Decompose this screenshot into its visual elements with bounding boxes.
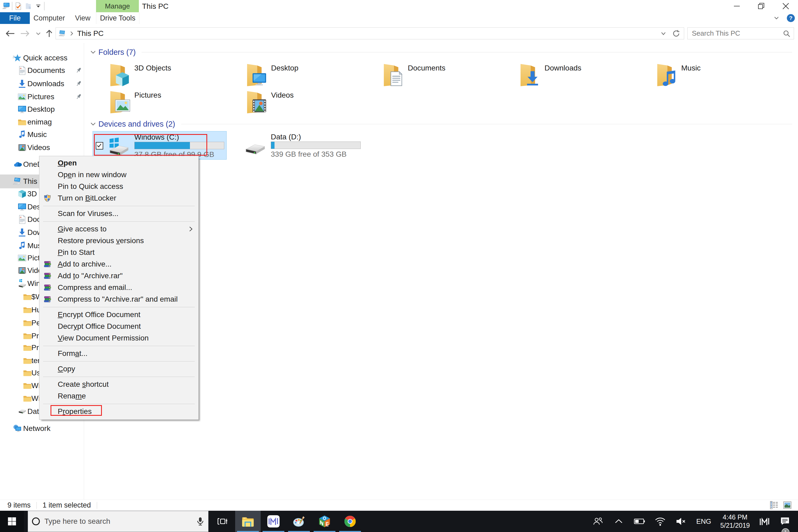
thumbnail-view-icon[interactable] [783,501,792,509]
menu-item-open-in-new-window[interactable]: Open in new window [39,169,198,180]
taskbar-app-marktext[interactable] [261,511,286,532]
folder-tile-3d-objects[interactable]: 3D Objects [93,60,227,87]
section-title[interactable]: Devices and drives (2) [98,120,175,129]
menu-item-add-to-archive[interactable]: Add to archive... [39,258,198,270]
minimize-button[interactable] [725,0,749,12]
folder-tile-desktop[interactable]: Desktop [229,60,363,87]
marktext-logo-icon[interactable] [759,515,770,527]
help-icon[interactable]: ? [786,14,795,23]
section-header-devices: Devices and drives (2) [90,119,792,129]
menu-item-label: View Document Permission [58,334,149,342]
menu-item-turn-on-bitlocker[interactable]: Turn on BitLocker [39,192,198,204]
menu-item-create-shortcut[interactable]: Create shortcut [39,379,198,390]
qat-this-pc-button[interactable] [1,1,11,12]
folder-tile-downloads[interactable]: Downloads [503,60,637,87]
running-indicator [314,531,336,532]
people-icon[interactable] [592,515,604,527]
collapse-chevron-icon[interactable] [90,49,96,55]
folder-tile-documents[interactable]: Documents [366,60,500,87]
menu-item-label: Compress to "Archive.rar" and email [58,295,178,304]
winrar-icon [44,272,51,280]
menu-item-add-to-archive-rar[interactable]: Add to "Archive.rar" [39,270,198,282]
menu-item-open[interactable]: Open [39,157,198,169]
taskbar-app-chrome[interactable] [337,511,363,532]
menu-item-encrypt-office-document[interactable]: Encrypt Office Document [39,309,198,321]
taskbar-app-paint[interactable] [286,511,312,532]
folder-documents-icon [379,62,404,87]
close-button[interactable] [774,0,798,12]
menu-item-format[interactable]: Format... [39,348,198,359]
clock-date: 5/21/2019 [720,521,750,530]
drive-icon [241,136,270,159]
search-icon[interactable] [783,30,791,38]
menu-item-scan-for-viruses[interactable]: Scan for Viruses... [39,208,198,220]
tab-computer[interactable]: Computer [32,12,67,24]
task-view-button[interactable] [210,511,235,532]
qat-properties-button[interactable] [13,1,23,12]
address-dropdown-icon[interactable] [660,31,667,36]
menu-item-compress-to-archive-rar-and-email[interactable]: Compress to "Archive.rar" and email [39,293,198,305]
restore-button[interactable] [749,0,774,12]
ribbon-collapse-chevron-icon[interactable] [773,15,780,21]
folder-desktop-icon [243,62,268,87]
menu-item-decrypt-office-document[interactable]: Decrypt Office Document [39,321,198,332]
clock[interactable]: 4:46 PM5/21/2019 [720,513,750,530]
menu-item-copy[interactable]: Copy [39,363,198,375]
menu-item-label: Scan for Viruses... [58,209,118,218]
window-controls [725,0,798,12]
qat-customize-button[interactable] [33,1,43,12]
back-button[interactable] [4,24,17,43]
tab-drive-tools[interactable]: Drive Tools [96,12,139,24]
taskbar: Type here to search ENG4:46 PM5/21/20191 [0,511,798,532]
microphone-icon[interactable] [196,517,204,526]
cortana-circle-icon[interactable] [31,517,41,526]
menu-item-label: Restore previous versions [58,236,144,245]
manage-contextual-group[interactable]: Manage [96,0,139,12]
folder-tile-music[interactable]: Music [640,60,774,87]
tab-file[interactable]: File [0,12,30,24]
forward-button[interactable] [19,24,32,43]
wifi-icon[interactable] [654,515,666,527]
tab-view[interactable]: View [71,12,95,24]
recent-locations-chevron-icon[interactable] [33,24,44,43]
running-indicator [339,531,361,532]
back-arrow-icon [5,29,15,38]
drive-tile-data-d-[interactable]: Data (D:)339 GB free of 353 GB [229,131,363,159]
tray-chevron-icon[interactable] [613,515,625,527]
language-indicator[interactable]: ENG [696,517,711,526]
breadcrumb-chevron-icon[interactable] [69,31,74,36]
properties-check-icon [14,2,22,11]
breadcrumb[interactable]: This PC [77,29,104,38]
toolbar-divider [44,2,44,11]
menu-item-pin-to-start[interactable]: Pin to Start [39,247,198,258]
folder-tile-videos[interactable]: Videos [229,87,363,114]
menu-item-view-document-permission[interactable]: View Document Permission [39,332,198,344]
address-bar[interactable]: This PC [56,27,684,39]
notification-button[interactable]: 1 [779,515,791,527]
menu-item-pin-to-quick-access[interactable]: Pin to Quick access [39,180,198,192]
collapse-chevron-icon[interactable] [90,121,96,127]
details-view-icon[interactable] [769,501,779,509]
menu-item-give-access-to[interactable]: Give access to [39,223,198,235]
menu-item-compress-and-email[interactable]: Compress and email... [39,282,198,293]
folder-downloads-icon [516,62,541,87]
start-button[interactable] [0,511,24,532]
search-box[interactable]: Search This PC [687,27,794,39]
menu-item-rename[interactable]: Rename [39,390,198,402]
folder-tile-pictures[interactable]: Pictures [93,87,227,114]
taskbar-search[interactable]: Type here to search [28,511,209,532]
section-title[interactable]: Folders (7) [98,48,136,57]
volume-muted-icon[interactable] [675,515,687,527]
menu-item-restore-previous-versions[interactable]: Restore previous versions [39,235,198,247]
battery-icon[interactable] [633,515,645,527]
up-button[interactable] [43,24,55,43]
refresh-icon[interactable] [672,30,680,38]
menu-item-label: Copy [58,365,75,373]
annotation-rect-drive [94,134,207,156]
drive-tile-text: Data (D:)339 GB free of 353 GB [271,133,361,158]
taskbar-app-explorer[interactable] [235,511,261,532]
forward-arrow-icon [20,29,30,38]
taskbar-app-netbeans[interactable] [312,511,337,532]
taskbar-search-placeholder: Type here to search [44,517,196,526]
qat-new-folder-button[interactable] [23,1,33,12]
